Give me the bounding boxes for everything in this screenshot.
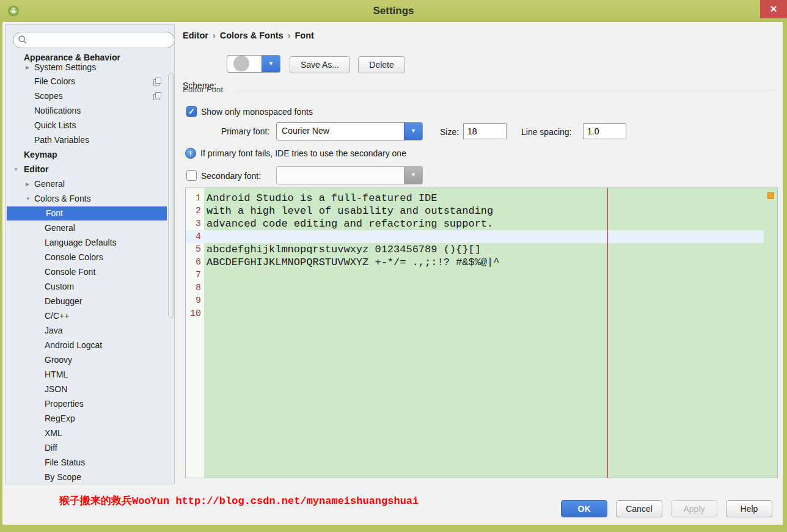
sidebar-item-label: Keymap <box>24 148 57 162</box>
editor-line[interactable]: 2with a high level of usability and outs… <box>186 205 777 217</box>
sidebar-item-debugger[interactable]: Debugger <box>5 294 174 308</box>
sidebar-item-label: Custom <box>45 280 74 294</box>
sidebar-item-html[interactable]: HTML <box>5 368 174 382</box>
sidebar-item-c-c[interactable]: C/C++ <box>5 309 174 323</box>
line-number: 4 <box>186 230 201 243</box>
editor-line[interactable]: 7 <box>186 269 777 282</box>
sidebar-item-android-logcat[interactable]: Android Logcat <box>5 338 174 352</box>
sidebar-item-keymap[interactable]: Keymap <box>5 148 174 162</box>
sidebar-item-console-colors[interactable]: Console Colors <box>5 250 174 264</box>
code-text: ABCDEFGHIJKLMNOPQRSTUVWXYZ +-*/= .,;:!? … <box>207 256 499 269</box>
chevron-right-icon[interactable]: ▶ <box>26 60 29 75</box>
sidebar-item-label: Debugger <box>45 294 82 308</box>
sidebar-item-json[interactable]: JSON <box>5 382 174 396</box>
sidebar-item-notifications[interactable]: Notifications <box>5 104 174 118</box>
sidebar-item-scopes[interactable]: Scopes <box>5 89 174 103</box>
code-text: advanced code editing and refactoring su… <box>207 217 493 230</box>
apply-button[interactable]: Apply <box>671 500 717 517</box>
sidebar-item-general[interactable]: ▶General <box>5 177 174 191</box>
sidebar-item-label: HTML <box>45 368 68 382</box>
code-text: with a high level of usability and outst… <box>207 205 493 217</box>
delete-button[interactable]: Delete <box>358 56 405 73</box>
line-number: 5 <box>186 243 201 256</box>
sidebar-item-language-defaults[interactable]: Language Defaults <box>5 236 174 250</box>
breadcrumb-item-colors-fonts[interactable]: Colors & Fonts <box>220 31 284 40</box>
save-as-button[interactable]: Save As... <box>290 56 350 73</box>
scheme-dropdown-arrow-icon[interactable]: ▼ <box>262 56 280 72</box>
copy-icon[interactable] <box>153 78 161 86</box>
sidebar-item-label: C/C++ <box>45 309 69 323</box>
line-number: 2 <box>186 205 201 217</box>
chevron-down-icon[interactable]: ▼ <box>26 192 31 206</box>
sidebar-item-console-font[interactable]: Console Font <box>5 265 174 279</box>
sidebar-item-label: Properties <box>45 397 84 411</box>
settings-content: Appearance & Behavior▶System SettingsFil… <box>2 22 783 525</box>
sidebar-item-label: XML <box>45 426 62 440</box>
cancel-button[interactable]: Cancel <box>616 500 662 517</box>
breadcrumb-item-font[interactable]: Font <box>295 31 314 40</box>
chevron-right-icon[interactable]: ▶ <box>26 177 29 191</box>
help-button[interactable]: Help <box>726 500 772 517</box>
sidebar-item-font[interactable]: Font <box>7 206 167 220</box>
editor-line[interactable]: 9 <box>186 294 777 307</box>
secondary-font-checkbox[interactable] <box>186 170 197 181</box>
breadcrumb-item-editor[interactable]: Editor <box>183 31 208 40</box>
line-spacing-input[interactable] <box>583 123 626 139</box>
sidebar-item-label: General <box>34 177 65 191</box>
editor-line[interactable]: 8 <box>186 282 777 294</box>
sidebar-item-label: Quick Lists <box>34 118 76 133</box>
editor-line[interactable]: 3advanced code editing and refactoring s… <box>186 217 777 230</box>
sidebar-item-label: Console Font <box>45 265 95 279</box>
primary-font-select[interactable]: Courier New ▼ <box>276 122 423 140</box>
sidebar: Appearance & Behavior▶System SettingsFil… <box>5 24 175 484</box>
line-number: 3 <box>186 217 201 230</box>
sidebar-item-java[interactable]: Java <box>5 324 174 338</box>
secondary-font-select: ▼ <box>276 166 423 184</box>
watermark-text: 猴子搬来的救兵WooYun http://blog.csdn.net/mynam… <box>59 494 419 508</box>
editor-line[interactable]: 1Android Studio is a full-featured IDE <box>186 192 777 205</box>
sidebar-item-diff[interactable]: Diff <box>5 441 174 455</box>
sidebar-item-custom[interactable]: Custom <box>5 280 174 294</box>
sidebar-item-file-colors[interactable]: File Colors <box>5 75 174 89</box>
editor-line[interactable]: 4 <box>186 230 764 243</box>
size-input[interactable] <box>463 123 507 139</box>
sidebar-item-properties[interactable]: Properties <box>5 397 174 411</box>
sidebar-item-label: File Colors <box>34 75 75 89</box>
sidebar-item-groovy[interactable]: Groovy <box>5 353 174 367</box>
sidebar-item-label: Font <box>46 206 63 220</box>
sidebar-item-system-settings[interactable]: ▶System Settings <box>5 60 174 75</box>
right-margin-line <box>607 188 608 478</box>
sidebar-item-quick-lists[interactable]: Quick Lists <box>5 118 174 133</box>
size-label: Size: <box>440 127 459 137</box>
code-text: abcdefghijklmnopqrstuvwxyz 0123456789 ()… <box>207 243 481 256</box>
ok-button[interactable]: OK <box>561 500 607 517</box>
breadcrumb: Editor›Colors & Fonts›Font <box>183 31 314 40</box>
copy-icon[interactable] <box>153 92 161 100</box>
sidebar-item-regexp[interactable]: RegExp <box>5 412 174 426</box>
dialog-buttons: OKCancelApplyHelp <box>561 500 772 517</box>
sidebar-item-colors-fonts[interactable]: ▼Colors & Fonts <box>5 192 174 206</box>
scheme-value <box>227 56 262 72</box>
scheme-select[interactable]: ▼ <box>227 55 280 73</box>
show-monospaced-checkbox[interactable]: ✓ <box>186 106 197 117</box>
font-preview-editor[interactable]: 1Android Studio is a full-featured IDE2w… <box>185 188 778 478</box>
close-button[interactable]: ✕ <box>760 0 787 18</box>
sidebar-item-editor[interactable]: ▼Editor <box>5 162 174 177</box>
editor-line[interactable]: 6ABCDEFGHIJKLMNOPQRSTUVWXYZ +-*/= .,;:!?… <box>186 256 777 269</box>
line-number: 8 <box>186 282 201 294</box>
editor-line[interactable]: 5abcdefghijklmnopqrstuvwxyz 0123456789 (… <box>186 243 777 256</box>
sidebar-item-xml[interactable]: XML <box>5 426 174 440</box>
line-number: 6 <box>186 256 201 269</box>
chevron-down-icon[interactable]: ▼ <box>13 162 18 177</box>
editor-line[interactable]: 10 <box>186 307 777 320</box>
line-number: 9 <box>186 294 201 307</box>
info-icon: ! <box>185 148 196 159</box>
sidebar-item-file-status[interactable]: File Status <box>5 456 174 470</box>
sidebar-item-by-scope[interactable]: By Scope <box>5 470 174 484</box>
line-number: 10 <box>186 307 201 320</box>
primary-font-dropdown-arrow-icon[interactable]: ▼ <box>404 123 422 140</box>
sidebar-item-path-variables[interactable]: Path Variables <box>5 133 174 147</box>
sidebar-item-label: File Status <box>45 456 85 470</box>
sidebar-scrollbar[interactable] <box>168 73 174 318</box>
sidebar-item-general[interactable]: General <box>5 221 174 235</box>
